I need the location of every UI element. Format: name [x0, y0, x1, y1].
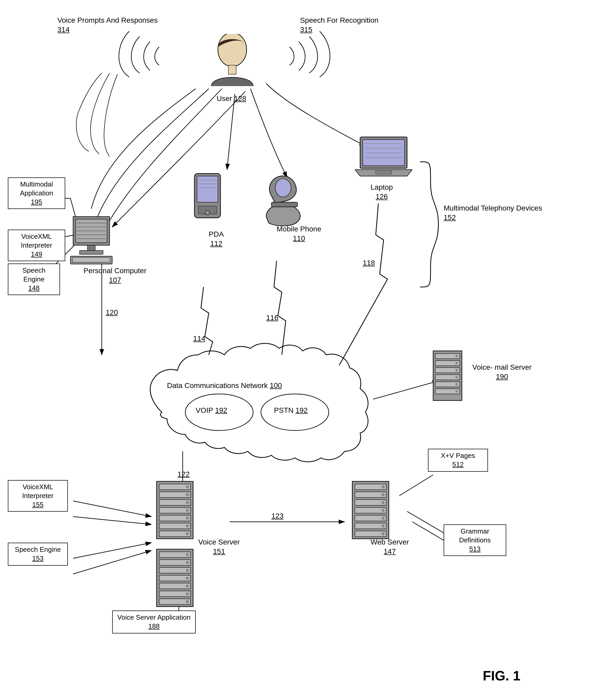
svg-point-72 — [186, 501, 189, 504]
svg-point-101 — [186, 561, 189, 564]
mobile-svg — [261, 170, 303, 229]
svg-line-14 — [73, 543, 152, 558]
web-server-icon — [350, 480, 391, 541]
svg-point-88 — [382, 509, 385, 512]
svg-point-58 — [455, 369, 458, 372]
voicexml-interp2-box: VoiceXML Interpreter 155 — [8, 480, 68, 512]
network-cloud — [150, 343, 368, 462]
svg-point-89 — [382, 517, 385, 520]
svg-point-73 — [186, 509, 189, 512]
mobile-phone-icon — [261, 170, 303, 231]
voice-prompts-label: Voice Prompts And Responses 314 — [58, 16, 158, 35]
svg-point-59 — [455, 376, 458, 379]
laptop-svg — [355, 136, 412, 183]
speech-recognition-label: Speech For Recognition 315 — [300, 16, 378, 35]
voice-server-label: Voice Server 151 — [198, 537, 240, 557]
voice-server-app-icon — [154, 548, 196, 609]
svg-point-39 — [205, 211, 209, 215]
svg-line-12 — [73, 501, 152, 517]
svg-point-86 — [382, 493, 385, 496]
svg-rect-48 — [376, 171, 391, 174]
voip-label: VOIP 192 — [196, 406, 227, 415]
data-network-label: Data Communications Network 100 — [167, 381, 282, 390]
xv-pages-box: X+V Pages 512 — [428, 449, 488, 472]
svg-point-61 — [455, 390, 458, 393]
personal-computer-label: Personal Computer 107 — [84, 266, 146, 285]
conn-118-label: 118 — [363, 258, 375, 268]
grammar-defs-box: Grammar Definitions 513 — [444, 524, 506, 556]
user-label: User 128 — [217, 94, 246, 103]
svg-rect-21 — [228, 65, 236, 74]
multimodal-app-box: Multimodal Application 195 — [8, 177, 65, 209]
voicemail-server-label: Voice- mail Server 190 — [472, 363, 531, 382]
svg-point-60 — [455, 383, 458, 386]
svg-point-85 — [382, 485, 385, 488]
diagram-svg — [0, 0, 590, 700]
voice-server-app-svg — [154, 548, 196, 608]
svg-rect-41 — [271, 202, 297, 207]
voice-server-svg — [154, 480, 196, 540]
svg-point-104 — [186, 584, 189, 588]
fig-label: FIG. 1 — [483, 668, 520, 684]
svg-line-17 — [399, 475, 433, 496]
diagram: Voice Prompts And Responses 314 Speech F… — [0, 0, 590, 700]
svg-point-102 — [186, 569, 189, 572]
svg-rect-32 — [73, 258, 110, 262]
svg-point-70 — [186, 485, 189, 488]
pda-svg — [191, 172, 224, 229]
svg-line-13 — [73, 517, 152, 524]
pstn-label: PSTN 192 — [274, 406, 308, 415]
svg-point-40 — [275, 179, 291, 197]
conn-114-label: 114 — [193, 334, 205, 343]
svg-point-56 — [455, 355, 458, 358]
svg-point-90 — [382, 524, 385, 527]
voice-server-app-box: Voice Server Application 188 — [112, 610, 196, 633]
conn-116-label: 116 — [266, 313, 278, 322]
conn-123-label: 123 — [271, 511, 284, 521]
conn-122-label: 122 — [178, 470, 190, 479]
conn-120-label: 120 — [106, 308, 118, 317]
computer-svg — [65, 214, 117, 266]
web-server-label: Web Server 147 — [371, 537, 409, 557]
pda-label: PDA 112 — [209, 229, 224, 248]
svg-point-87 — [382, 501, 385, 504]
multimodal-telephony-label: Multimodal Telephony Devices 152 — [444, 203, 542, 222]
voicemail-server-icon — [430, 349, 465, 403]
svg-point-106 — [186, 600, 189, 603]
user-figure — [209, 34, 256, 92]
speech-engine2-box: Speech Engine 153 — [8, 543, 68, 566]
svg-point-74 — [186, 517, 189, 520]
svg-line-15 — [73, 551, 152, 574]
svg-point-20 — [218, 34, 247, 67]
pda-icon — [191, 172, 224, 231]
voicemail-svg — [430, 349, 465, 402]
laptop-icon — [355, 136, 412, 184]
speech-engine1-box: Speech Engine 148 — [8, 264, 60, 295]
svg-point-76 — [186, 532, 189, 535]
svg-point-105 — [186, 592, 189, 595]
svg-point-100 — [186, 553, 189, 556]
web-server-svg — [350, 480, 391, 540]
voicexml-interp1-box: VoiceXML Interpreter 149 — [8, 229, 65, 261]
pc-icon — [65, 214, 117, 267]
svg-line-9 — [373, 381, 438, 399]
svg-rect-30 — [80, 251, 103, 255]
mobile-phone-label: Mobile Phone 110 — [277, 224, 321, 243]
laptop-label: Laptop 126 — [371, 183, 393, 202]
svg-point-57 — [455, 362, 458, 365]
user-icon — [209, 34, 256, 91]
svg-rect-29 — [87, 245, 95, 251]
svg-point-75 — [186, 524, 189, 527]
svg-point-103 — [186, 577, 189, 580]
svg-point-71 — [186, 493, 189, 496]
voice-server-icon — [154, 480, 196, 541]
svg-point-91 — [382, 532, 385, 535]
